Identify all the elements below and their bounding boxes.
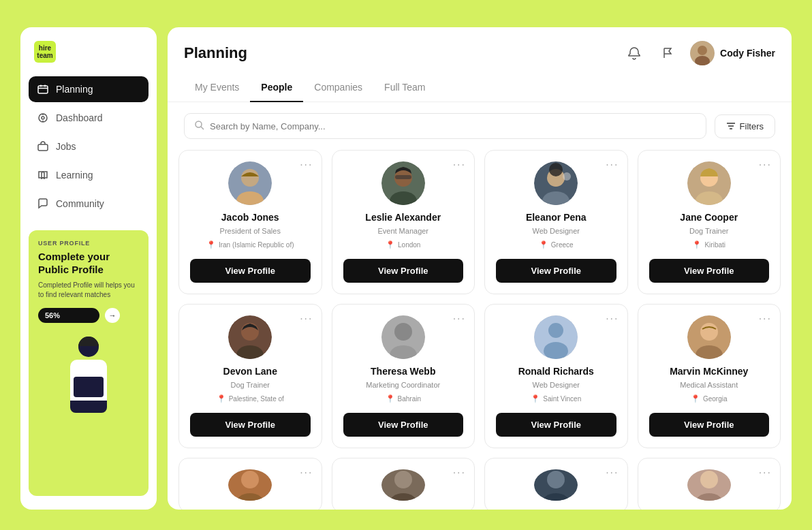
user-profile-button[interactable]: Cody Fisher — [690, 41, 775, 65]
search-filter-row: Filters — [168, 102, 792, 150]
tab-companies[interactable]: Companies — [303, 74, 373, 102]
notification-button[interactable] — [622, 41, 646, 65]
progress-label: 56% — [45, 311, 60, 319]
profile-card-desc: Completed Profile will helps you to find… — [38, 281, 139, 300]
card-menu-8[interactable]: ··· — [759, 313, 772, 325]
card-menu-5[interactable]: ··· — [300, 313, 313, 325]
person-name-4: Jane Cooper — [680, 212, 738, 223]
sidebar-item-jobs[interactable]: Jobs — [29, 134, 149, 159]
avatar-partial-4 — [687, 469, 731, 501]
tab-full-team[interactable]: Full Team — [373, 74, 436, 102]
card-menu-1[interactable]: ··· — [300, 159, 313, 171]
page-title: Planning — [184, 44, 247, 62]
sidebar: hireteam Planning — [20, 27, 157, 510]
view-profile-btn-1[interactable]: View Profile — [190, 259, 311, 283]
svg-point-5 — [42, 116, 44, 119]
sidebar-item-jobs-label: Jobs — [56, 141, 76, 152]
dashboard-icon — [37, 112, 49, 124]
avatar-marvin-mckinney — [687, 315, 731, 359]
progress-bar-row: 56% → — [38, 308, 139, 323]
card-menu-10[interactable]: ··· — [453, 467, 466, 479]
people-grid-wrap: ··· Jacob Jones President of Sales 📍 — [168, 150, 792, 510]
svg-rect-8 — [38, 144, 48, 151]
avatar-jane-cooper — [687, 161, 731, 205]
view-profile-btn-4[interactable]: View Profile — [649, 259, 770, 283]
avatar-partial-2 — [381, 469, 425, 501]
avatar-theresa-webb — [381, 315, 425, 359]
main-content: Planning — [168, 27, 792, 510]
view-profile-btn-2[interactable]: View Profile — [343, 259, 464, 283]
view-profile-btn-3[interactable]: View Profile — [496, 259, 616, 283]
person-card-eleanor-pena: ··· Eleanor Pena Web Designer 📍 — [484, 150, 628, 294]
sidebar-item-planning[interactable]: Planning — [29, 76, 149, 102]
person-location-6: 📍 Bahrain — [386, 394, 421, 403]
card-menu-2[interactable]: ··· — [453, 159, 466, 171]
person-role-1: President of Sales — [220, 227, 281, 235]
person-card-leslie-alexander: ··· Leslie Alexander Event Manager — [332, 150, 475, 294]
chat-icon — [37, 198, 49, 210]
person-location-3: 📍 Greece — [539, 240, 574, 249]
svg-point-40 — [544, 342, 568, 359]
location-icon-5: 📍 — [217, 394, 226, 403]
sidebar-item-community-label: Community — [56, 198, 104, 209]
person-role-7: Web Designer — [533, 381, 580, 389]
search-input[interactable] — [210, 121, 696, 131]
person-card-theresa-webb: ··· Theresa Webb Marketing Coordinator 📍… — [332, 304, 475, 448]
svg-point-27 — [549, 163, 563, 176]
person-location-7: 📍 Saint Vincen — [531, 394, 581, 403]
svg-point-54 — [700, 471, 718, 488]
sidebar-item-dashboard[interactable]: Dashboard — [29, 105, 149, 131]
progress-arrow-button[interactable]: → — [105, 308, 120, 323]
person-name-2: Leslie Alexander — [365, 212, 441, 223]
person-name-7: Ronald Richards — [518, 366, 594, 377]
person-location-4: 📍 Kiribati — [692, 240, 725, 249]
person-name-6: Theresa Webb — [371, 366, 435, 377]
card-menu-12[interactable]: ··· — [759, 467, 772, 479]
view-profile-btn-6[interactable]: View Profile — [343, 413, 464, 437]
svg-point-36 — [394, 323, 412, 341]
person-card-marvin-mckinney: ··· Marvin McKinney Medical Assistant 📍 — [638, 304, 781, 448]
location-icon-6: 📍 — [386, 394, 395, 403]
svg-point-28 — [563, 172, 571, 181]
person-card-jane-cooper: ··· Jane Cooper Dog Trainer 📍 Kiriba — [638, 150, 781, 294]
avatar-partial-1 — [228, 469, 272, 501]
person-role-4: Dog Trainer — [689, 227, 728, 235]
card-menu-3[interactable]: ··· — [606, 159, 619, 171]
view-profile-btn-7[interactable]: View Profile — [496, 413, 616, 437]
sidebar-item-learning-label: Learning — [56, 170, 93, 181]
svg-rect-0 — [38, 86, 48, 93]
filter-label: Filters — [740, 121, 764, 131]
avatar-devon-lane — [228, 315, 272, 359]
view-profile-btn-5[interactable]: View Profile — [190, 413, 311, 437]
user-name: Cody Fisher — [720, 48, 775, 59]
view-profile-btn-8[interactable]: View Profile — [649, 413, 770, 437]
card-menu-6[interactable]: ··· — [453, 313, 466, 325]
card-menu-11[interactable]: ··· — [606, 467, 619, 479]
header-actions: Cody Fisher — [622, 41, 775, 65]
filter-button[interactable]: Filters — [715, 114, 775, 138]
person-location-2: 📍 London — [386, 240, 420, 249]
avatar-eleanor-pena — [534, 161, 578, 205]
person-role-5: Dog Trainer — [231, 381, 270, 389]
card-menu-9[interactable]: ··· — [300, 467, 313, 479]
location-icon-8: 📍 — [691, 394, 700, 403]
card-menu-4[interactable]: ··· — [759, 159, 772, 171]
card-menu-7[interactable]: ··· — [606, 313, 619, 325]
svg-line-13 — [201, 127, 204, 129]
tab-people[interactable]: People — [250, 74, 303, 102]
people-grid: ··· Jacob Jones President of Sales 📍 — [178, 150, 781, 510]
svg-point-12 — [196, 121, 202, 127]
person-location-5: 📍 Palestine, State of — [217, 394, 284, 403]
sidebar-item-community[interactable]: Community — [29, 191, 149, 217]
person-card-partial-2: ··· — [332, 458, 475, 510]
book-icon — [37, 169, 49, 181]
person-name-1: Jacob Jones — [221, 212, 279, 223]
person-location-1: 📍 Iran (Islamic Republic of) — [206, 240, 294, 249]
tab-my-events[interactable]: My Events — [184, 74, 250, 102]
svg-point-10 — [698, 46, 707, 55]
person-name-5: Devon Lane — [223, 366, 277, 377]
sidebar-item-learning[interactable]: Learning — [29, 162, 149, 188]
person-card-partial-3: ··· — [484, 458, 628, 510]
flag-button[interactable] — [656, 41, 681, 65]
person-role-6: Marketing Coordinator — [366, 381, 440, 389]
